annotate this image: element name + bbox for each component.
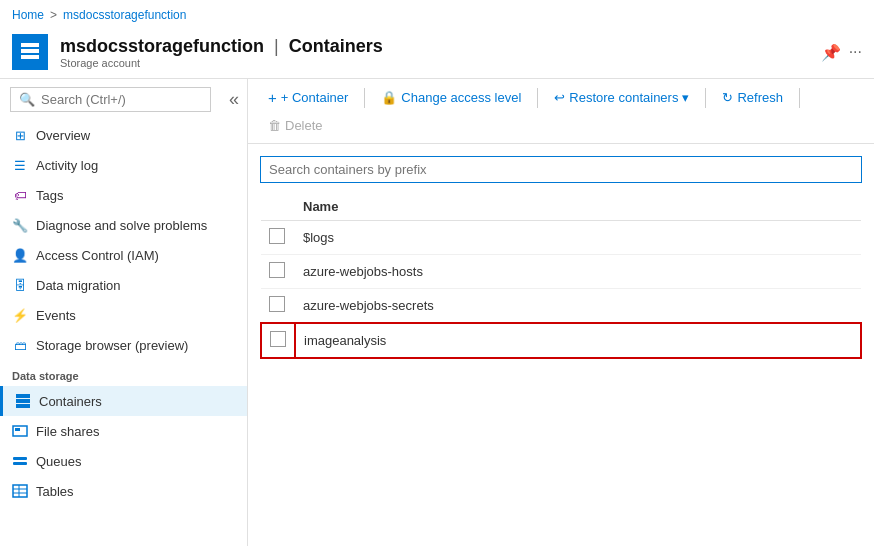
container-name[interactable]: imageanalysis: [295, 323, 861, 358]
sidebar-search-input[interactable]: [41, 92, 202, 107]
sidebar-item-storage-browser[interactable]: 🗃 Storage browser (preview): [0, 330, 247, 360]
sidebar-item-access-control[interactable]: 👤 Access Control (IAM): [0, 240, 247, 270]
tables-icon: [12, 483, 28, 499]
svg-rect-4: [16, 399, 30, 403]
table-row-highlighted: imageanalysis: [261, 323, 861, 358]
resource-name: msdocsstoragefunction: [60, 36, 264, 57]
containers-icon: [15, 393, 31, 409]
sidebar-item-tags[interactable]: 🏷 Tags: [0, 180, 247, 210]
container-name[interactable]: $logs: [295, 221, 861, 255]
sidebar-item-label: Containers: [39, 394, 102, 409]
lock-icon: 🔒: [381, 90, 397, 105]
sidebar-item-label: Activity log: [36, 158, 98, 173]
data-migration-icon: 🗄: [12, 277, 28, 293]
refresh-button[interactable]: ↻ Refresh: [714, 86, 791, 109]
breadcrumb: Home > msdocsstoragefunction: [0, 0, 874, 30]
search-icon: 🔍: [19, 92, 35, 107]
header-divider: |: [274, 36, 279, 57]
data-storage-section-label: Data storage: [0, 360, 247, 386]
svg-rect-0: [21, 43, 39, 47]
table-row: azure-webjobs-hosts: [261, 255, 861, 289]
container-name[interactable]: azure-webjobs-hosts: [295, 255, 861, 289]
sidebar-item-label: Data migration: [36, 278, 121, 293]
svg-rect-5: [16, 404, 30, 408]
toolbar: + + Container 🔒 Change access level ↩ Re…: [248, 79, 874, 144]
storage-account-icon: [12, 34, 48, 70]
sidebar-item-tables[interactable]: Tables: [0, 476, 247, 506]
sidebar-item-label: Events: [36, 308, 76, 323]
row-checkbox[interactable]: [269, 262, 285, 278]
sidebar-item-data-migration[interactable]: 🗄 Data migration: [0, 270, 247, 300]
container-search-input[interactable]: [260, 156, 862, 183]
row-checkbox[interactable]: [269, 228, 285, 244]
sidebar-item-label: Queues: [36, 454, 82, 469]
queues-icon: [12, 453, 28, 469]
sidebar-item-diagnose[interactable]: 🔧 Diagnose and solve problems: [0, 210, 247, 240]
toolbar-separator-3: [705, 88, 706, 108]
sidebar-item-activity-log[interactable]: ☰ Activity log: [0, 150, 247, 180]
section-name: Containers: [289, 36, 383, 57]
more-button[interactable]: ···: [849, 43, 862, 61]
main-layout: 🔍 « ⊞ Overview ☰ Activity log 🏷 Tags 🔧 D…: [0, 79, 874, 546]
row-checkbox[interactable]: [269, 296, 285, 312]
chevron-down-icon: ▾: [682, 90, 689, 105]
restore-icon: ↩: [554, 90, 565, 105]
toolbar-separator-4: [799, 88, 800, 108]
sidebar-item-label: Diagnose and solve problems: [36, 218, 207, 233]
breadcrumb-separator: >: [50, 8, 57, 22]
svg-rect-9: [13, 462, 27, 465]
file-shares-icon: [12, 423, 28, 439]
svg-rect-10: [13, 485, 27, 497]
delete-icon: 🗑: [268, 118, 281, 133]
name-column-header: Name: [295, 193, 861, 221]
header-actions: 📌 ···: [821, 43, 862, 62]
storage-browser-icon: 🗃: [12, 337, 28, 353]
restore-containers-button[interactable]: ↩ Restore containers ▾: [546, 86, 697, 109]
containers-content: Name $logs azure-webjobs-hosts azure-web…: [248, 144, 874, 546]
svg-rect-1: [21, 49, 39, 53]
refresh-icon: ↻: [722, 90, 733, 105]
sidebar: 🔍 « ⊞ Overview ☰ Activity log 🏷 Tags 🔧 D…: [0, 79, 248, 546]
container-name[interactable]: azure-webjobs-secrets: [295, 289, 861, 324]
events-icon: ⚡: [12, 307, 28, 323]
access-control-icon: 👤: [12, 247, 28, 263]
select-all-header: [261, 193, 295, 221]
sidebar-item-label: Tags: [36, 188, 63, 203]
change-access-button[interactable]: 🔒 Change access level: [373, 86, 529, 109]
sidebar-item-queues[interactable]: Queues: [0, 446, 247, 476]
diagnose-icon: 🔧: [12, 217, 28, 233]
sidebar-item-label: Tables: [36, 484, 74, 499]
header-title-group: msdocsstoragefunction | Containers Stora…: [60, 36, 383, 69]
activity-log-icon: ☰: [12, 157, 28, 173]
containers-table: Name $logs azure-webjobs-hosts azure-web…: [260, 193, 862, 359]
sidebar-item-label: Storage browser (preview): [36, 338, 188, 353]
sidebar-search-box[interactable]: 🔍: [10, 87, 211, 112]
collapse-sidebar-button[interactable]: «: [221, 89, 247, 110]
overview-icon: ⊞: [12, 127, 28, 143]
table-row: $logs: [261, 221, 861, 255]
sidebar-item-label: File shares: [36, 424, 100, 439]
page-header: msdocsstoragefunction | Containers Stora…: [0, 30, 874, 79]
sidebar-item-label: Overview: [36, 128, 90, 143]
svg-rect-3: [16, 394, 30, 398]
svg-rect-8: [13, 457, 27, 460]
breadcrumb-current[interactable]: msdocsstoragefunction: [63, 8, 186, 22]
pin-button[interactable]: 📌: [821, 43, 841, 62]
tags-icon: 🏷: [12, 187, 28, 203]
toolbar-separator-1: [364, 88, 365, 108]
plus-icon: +: [268, 89, 277, 106]
svg-rect-7: [15, 428, 20, 431]
row-checkbox[interactable]: [270, 331, 286, 347]
breadcrumb-home[interactable]: Home: [12, 8, 44, 22]
sidebar-item-file-shares[interactable]: File shares: [0, 416, 247, 446]
resource-type: Storage account: [60, 57, 383, 69]
table-row: azure-webjobs-secrets: [261, 289, 861, 324]
sidebar-item-containers[interactable]: Containers: [0, 386, 247, 416]
add-container-button[interactable]: + + Container: [260, 85, 356, 110]
sidebar-item-label: Access Control (IAM): [36, 248, 159, 263]
delete-button[interactable]: 🗑 Delete: [260, 114, 331, 137]
sidebar-item-overview[interactable]: ⊞ Overview: [0, 120, 247, 150]
main-content: + + Container 🔒 Change access level ↩ Re…: [248, 79, 874, 546]
sidebar-item-events[interactable]: ⚡ Events: [0, 300, 247, 330]
toolbar-separator-2: [537, 88, 538, 108]
